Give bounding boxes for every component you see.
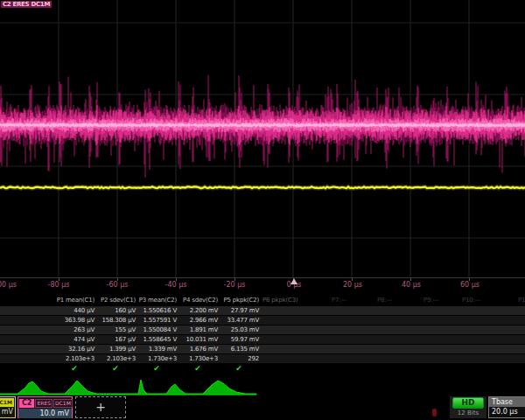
measure-cell: 32.16 µV bbox=[68, 345, 94, 354]
status-led-icon bbox=[432, 409, 437, 416]
hd-mode-badge: HD bbox=[452, 397, 484, 409]
measure-cell: 167 µV bbox=[115, 335, 136, 344]
measure-cell: 33.477 mV bbox=[227, 316, 259, 325]
measure-cell: 1.557591 V bbox=[144, 316, 177, 325]
measure-cell: 1.730e+3 bbox=[148, 354, 177, 363]
measure-cell: 1.550616 V bbox=[144, 306, 177, 315]
measure-cell: 25.03 mV bbox=[231, 326, 259, 334]
measure-row: 2.103e+32.103e+31.730e+31.730e+3292 bbox=[0, 354, 525, 363]
timebase-descriptor[interactable]: Tbase 20.0 µs bbox=[488, 396, 525, 418]
channel-c1-descriptor[interactable]: DC1M 10.0 mV bbox=[0, 396, 17, 418]
measure-cell: 363.98 µV bbox=[65, 316, 94, 325]
adc-bits-label: 12 Bits bbox=[450, 409, 486, 418]
measure-cell: 1.730e+3 bbox=[189, 354, 218, 363]
time-axis-label: 20 µs bbox=[343, 281, 362, 289]
time-axis-label: -40 µs bbox=[165, 281, 187, 289]
axis-tick bbox=[352, 278, 353, 281]
measure-row: 363.98 µV158.308 µV1.557591 V2.966 mV33.… bbox=[0, 316, 525, 325]
axis-tick bbox=[176, 278, 177, 281]
measure-header-row: P1 mean(C1)P2 sdev(C1)P3 mean(C2)P4 sdev… bbox=[0, 296, 525, 304]
measure-column-header-inactive[interactable]: P7:--- bbox=[332, 296, 346, 304]
time-axis-label: -60 µs bbox=[107, 281, 129, 289]
timebase-scale: 20.0 µs bbox=[489, 407, 525, 417]
measure-cell: 2.103e+3 bbox=[66, 354, 94, 363]
time-axis-label: 40 µs bbox=[402, 281, 421, 289]
measure-cell: 292 bbox=[248, 354, 259, 363]
measure-cell: 6.135 mV bbox=[231, 345, 259, 354]
waveform-grid[interactable] bbox=[0, 0, 525, 277]
measure-column-header[interactable]: P4 sdev(C2) bbox=[183, 296, 218, 304]
axis-tick bbox=[469, 278, 470, 281]
measure-cell: 1.676 mV bbox=[190, 345, 218, 354]
measure-column-header[interactable]: P5 pkpk(C2) bbox=[224, 296, 260, 304]
axis-tick bbox=[234, 278, 235, 281]
timebase-label: Tbase bbox=[489, 397, 525, 407]
measure-cell: 1.339 mV bbox=[149, 345, 177, 354]
measure-column-header[interactable]: P3 mean(C2) bbox=[139, 296, 177, 304]
add-trace-button[interactable]: + bbox=[75, 396, 126, 418]
measure-cell: 59.97 mV bbox=[231, 335, 259, 344]
measure-cell: 158.308 µV bbox=[102, 316, 136, 325]
measure-cell: 1.550084 V bbox=[144, 326, 177, 334]
channel-c2-eres-badge: ERES bbox=[35, 399, 52, 408]
measure-cell: 440 µV bbox=[74, 306, 94, 315]
axis-tick bbox=[410, 278, 411, 281]
measure-cell: 160 µV bbox=[115, 306, 136, 315]
trace-annotation: C2 ERES DC1M bbox=[1, 1, 52, 8]
channel-c2-scale: 10.0 mV bbox=[18, 409, 72, 418]
measure-histogram-trace bbox=[0, 380, 256, 395]
measure-cell: 1.399 µV bbox=[109, 345, 136, 354]
measure-column-header-inactive[interactable]: P10:--- bbox=[462, 296, 481, 304]
axis-tick bbox=[117, 278, 118, 281]
time-axis-label: 00 µs bbox=[0, 281, 17, 289]
measure-column-header-inactive[interactable]: P11:--- bbox=[518, 296, 525, 304]
time-axis-label: -80 µs bbox=[48, 281, 70, 289]
acquisition-tile[interactable]: HD 12 Bits bbox=[450, 396, 486, 418]
status-check-icon: ✔ bbox=[194, 363, 200, 374]
measure-column-header[interactable]: P1 mean(C1) bbox=[57, 296, 94, 304]
measure-cell: 27.97 mV bbox=[231, 306, 259, 315]
measure-cell: 2.200 mV bbox=[190, 306, 218, 315]
time-axis-label: 60 µs bbox=[460, 281, 480, 289]
measure-cell: 1.558645 V bbox=[144, 335, 177, 344]
descriptor-bar: DC1M 10.0 mV C2 ERES DC1M 10.0 mV + HD 1… bbox=[0, 396, 525, 420]
oscilloscope-screen: C2 ERES DC1M 00 µs-80 µs-60 µs-40 µs-20 … bbox=[0, 0, 525, 420]
status-check-icon: ✔ bbox=[71, 363, 77, 374]
time-axis-label: -20 µs bbox=[224, 281, 246, 289]
measure-histogram-strip bbox=[0, 378, 525, 396]
status-check-icon: ✔ bbox=[235, 363, 242, 374]
trigger-position-icon[interactable] bbox=[290, 278, 298, 284]
measure-column-header-inactive[interactable]: P9:--- bbox=[424, 296, 438, 304]
channel-c2-coupling-badge: DC1M bbox=[53, 399, 73, 408]
axis-tick bbox=[59, 278, 60, 281]
status-check-icon: ✔ bbox=[112, 363, 118, 374]
measure-row: 32.16 µV1.399 µV1.339 mV1.676 mV6.135 mV bbox=[0, 345, 525, 354]
measure-cell: 263 µV bbox=[74, 326, 94, 334]
measure-row: 440 µV160 µV1.550616 V2.200 mV27.97 mV bbox=[0, 306, 525, 315]
measure-row: 474 µV167 µV1.558645 V10.031 mV59.97 mV bbox=[0, 335, 525, 344]
measure-column-header-inactive[interactable]: P8:--- bbox=[377, 296, 392, 304]
measure-cell: 2.103e+3 bbox=[107, 354, 136, 363]
measure-cell: 155 µV bbox=[115, 326, 136, 334]
channel-c2-descriptor[interactable]: C2 ERES DC1M 10.0 mV bbox=[18, 396, 73, 418]
time-axis: 00 µs-80 µs-60 µs-40 µs-20 µs0 µs20 µs40… bbox=[0, 277, 525, 295]
channel-c1-coupling-badge: DC1M bbox=[0, 398, 14, 407]
measure-cell: 10.031 mV bbox=[186, 335, 218, 344]
measure-cell: 474 µV bbox=[74, 335, 94, 344]
measure-cell: 1.891 mV bbox=[190, 326, 218, 334]
waveform-plot bbox=[0, 0, 525, 277]
measure-column-header[interactable]: P2 sdev(C1) bbox=[101, 296, 136, 304]
measurement-table: P1 mean(C1)P2 sdev(C1)P3 mean(C2)P4 sdev… bbox=[0, 294, 525, 376]
measure-column-header-inactive[interactable]: P6 pkpk(C3) bbox=[262, 296, 298, 304]
measure-histogram bbox=[0, 378, 525, 396]
status-check-icon: ✔ bbox=[153, 363, 159, 374]
channel-c1-scale: 10.0 mV bbox=[0, 407, 15, 417]
channel-c2-label: C2 bbox=[19, 399, 34, 408]
measure-row: 263 µV155 µV1.550084 V1.891 mV25.03 mV bbox=[0, 326, 525, 334]
measure-cell: 2.966 mV bbox=[190, 316, 218, 325]
